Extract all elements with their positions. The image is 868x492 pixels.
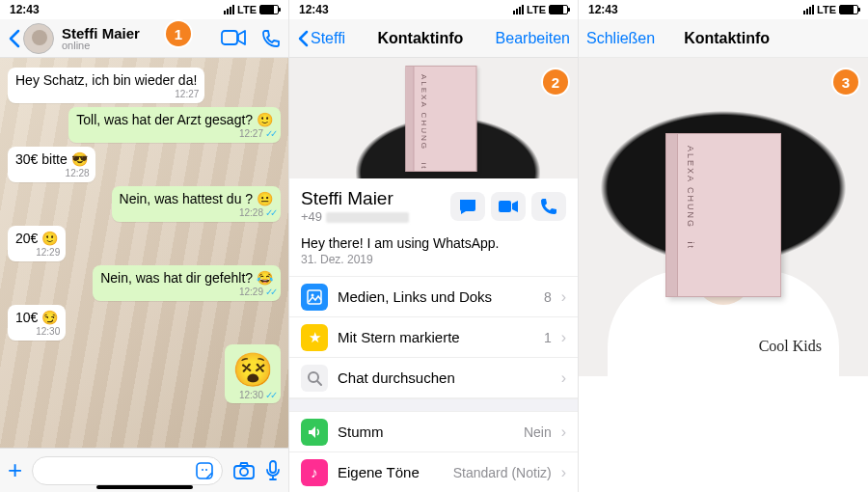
chevron-right-icon: › <box>561 464 566 481</box>
nav-title: Kontaktinfo <box>377 30 463 47</box>
row-custom-tone[interactable]: ♪ Eigene Töne Standard (Notiz) › <box>289 452 578 492</box>
message-in[interactable]: Hey Schatz, ich bin wieder da!12:27 <box>8 68 204 103</box>
battery-icon <box>549 5 568 14</box>
search-icon <box>301 365 328 392</box>
audio-call-icon[interactable] <box>261 29 281 48</box>
chevron-right-icon: › <box>561 424 566 441</box>
attach-icon[interactable]: + <box>8 455 22 485</box>
signal-icon <box>224 5 234 14</box>
chat-screen: 12:43 LTE Steffi Maier online <box>0 0 289 492</box>
message-out[interactable]: Toll, was hat der Arzt gesagt? 🙂12:27✓✓ <box>68 107 281 143</box>
svg-point-2 <box>202 469 203 471</box>
about-text: Hey there! I am using WhatsApp. <box>301 235 566 251</box>
contact-status: online <box>62 41 140 51</box>
row-search-chat[interactable]: Chat durchsuchen › <box>289 358 578 398</box>
contact-info-screen: 12:43 LTE Steffi Kontaktinfo Bearbeiten … <box>289 0 579 492</box>
contact-photo-full[interactable]: ALEXA CHUNG it Cool Kids <box>579 58 868 376</box>
chat-body[interactable]: Hey Schatz, ich bin wieder da!12:27 Toll… <box>0 58 288 448</box>
battery-icon <box>839 5 858 14</box>
status-right: LTE <box>224 4 279 15</box>
battery-icon <box>259 5 279 14</box>
read-ticks-icon: ✓✓ <box>265 390 275 402</box>
back-button[interactable]: Steffi <box>297 30 345 47</box>
svg-rect-7 <box>499 201 511 212</box>
audio-call-button[interactable] <box>531 192 566 221</box>
message-in[interactable]: 30€ bitte 😎12:28 <box>8 147 95 182</box>
music-icon: ♪ <box>301 459 328 486</box>
row-mute[interactable]: Stumm Nein › <box>289 412 578 452</box>
contact-name-large: Steffi Maier <box>301 188 409 209</box>
microphone-icon[interactable] <box>265 460 281 481</box>
network-label: LTE <box>237 4 257 15</box>
back-icon[interactable] <box>8 29 21 48</box>
status-bar: 12:43 LTE <box>289 0 578 19</box>
message-button[interactable] <box>450 192 485 221</box>
photo-navbar: Schließen Kontaktinfo <box>579 19 868 58</box>
message-out[interactable]: Nein, was hattest du ? 😐12:28✓✓ <box>112 186 281 222</box>
sticker-icon[interactable] <box>195 461 214 480</box>
avatar <box>23 23 54 54</box>
video-call-icon[interactable] <box>221 29 246 48</box>
phone-number: +49 <box>301 209 409 224</box>
row-starred[interactable]: ★ Mit Stern markierte 1 › <box>289 317 578 358</box>
close-button[interactable]: Schließen <box>586 30 655 47</box>
read-ticks-icon: ✓✓ <box>265 287 275 299</box>
svg-point-3 <box>205 469 207 471</box>
step-badge-2: 2 <box>543 69 568 95</box>
nav-title: Kontaktinfo <box>684 30 770 47</box>
status-time: 12:43 <box>10 3 40 16</box>
contact-photo-hero[interactable]: ALEXA CHUNG it <box>289 58 578 178</box>
contact-name: Steffi Maier <box>62 26 140 41</box>
status-bar: 12:43 LTE <box>579 0 868 19</box>
chevron-right-icon: › <box>561 329 566 346</box>
signal-icon <box>803 5 814 14</box>
read-ticks-icon: ✓✓ <box>265 207 275 220</box>
message-out[interactable]: Nein, was hat dir gefehlt? 😂12:29✓✓ <box>93 265 281 301</box>
status-time: 12:43 <box>588 3 618 16</box>
chevron-right-icon: › <box>561 369 566 387</box>
chat-navbar: Steffi Maier online <box>0 19 288 58</box>
row-media[interactable]: Medien, Links und Doks 8 › <box>289 277 578 317</box>
svg-rect-0 <box>222 31 237 44</box>
camera-icon[interactable] <box>232 461 256 480</box>
svg-rect-6 <box>270 461 276 473</box>
signal-icon <box>513 5 524 14</box>
read-ticks-icon: ✓✓ <box>265 128 275 141</box>
video-call-button[interactable] <box>491 192 526 221</box>
message-input[interactable] <box>32 456 223 485</box>
svg-point-5 <box>240 468 248 476</box>
step-badge-1: 1 <box>166 21 191 46</box>
shirt-graphic-text: Cool Kids <box>759 338 822 355</box>
message-out[interactable]: 😵12:30✓✓ <box>225 344 281 404</box>
svg-rect-1 <box>197 463 212 478</box>
edit-button[interactable]: Bearbeiten <box>496 30 570 47</box>
step-badge-3: 3 <box>833 69 858 95</box>
status-time: 12:43 <box>299 3 329 16</box>
message-in[interactable]: 10€ 😏12:30 <box>8 305 66 341</box>
star-icon: ★ <box>301 324 328 351</box>
about-date: 31. Dez. 2019 <box>301 253 566 266</box>
chevron-right-icon: › <box>561 288 566 306</box>
message-in[interactable]: 20€ 🙂12:29 <box>8 226 66 261</box>
speaker-icon <box>301 419 328 446</box>
contact-navbar: Steffi Kontaktinfo Bearbeiten <box>289 19 578 58</box>
home-indicator <box>96 485 193 489</box>
contact-header[interactable]: Steffi Maier online <box>23 23 221 54</box>
status-bar: 12:43 LTE <box>0 0 288 19</box>
media-icon <box>301 284 328 311</box>
photo-screen: 12:43 LTE Schließen Kontaktinfo ALEXA CH… <box>579 0 868 492</box>
